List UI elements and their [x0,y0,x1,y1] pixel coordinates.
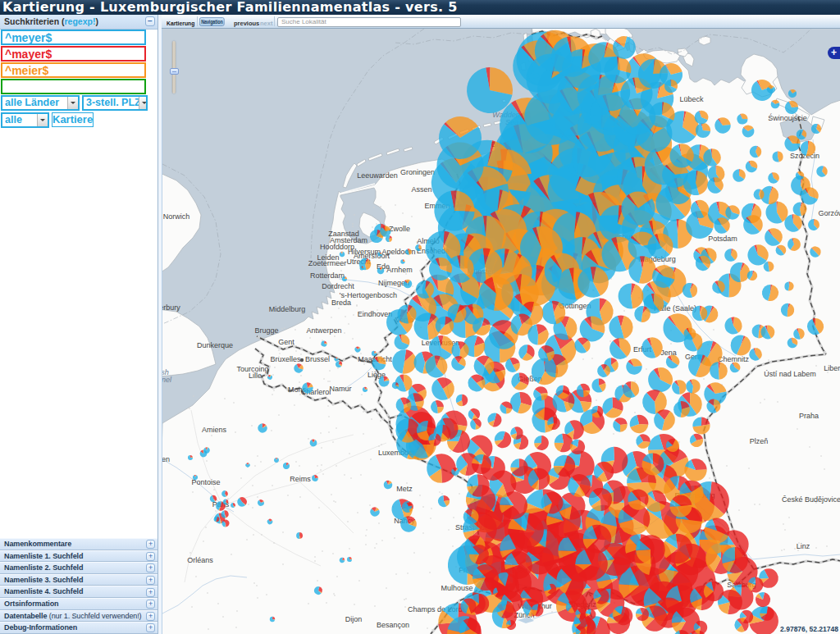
pie-marker[interactable] [742,125,755,138]
pie-marker[interactable] [619,284,644,309]
pie-marker[interactable] [669,144,693,167]
pie-marker[interactable] [568,474,591,497]
pie-marker[interactable] [733,169,746,182]
pie-marker[interactable] [534,436,549,450]
pie-marker[interactable] [634,306,651,322]
pie-marker[interactable] [472,317,491,335]
pie-marker[interactable] [707,399,721,413]
pie-marker[interactable] [683,171,708,195]
pie-marker[interactable] [586,609,596,620]
pie-marker[interactable] [704,582,724,601]
pie-marker[interactable] [532,604,544,616]
plz-select[interactable]: 3-stell. PLZ [82,95,148,111]
pie-marker[interactable] [691,200,709,218]
pie-marker[interactable] [767,85,775,94]
pie-marker[interactable] [221,490,228,497]
pie-marker[interactable] [434,190,474,230]
regex-input-4[interactable] [1,79,146,94]
pie-marker[interactable] [623,381,639,398]
pie-marker[interactable] [808,219,819,230]
pie-marker[interactable] [496,600,514,618]
pie-marker[interactable] [463,509,479,524]
pie-marker[interactable] [784,214,801,231]
accordion-row-7[interactable]: Datentabelle (nur 1. Suchfeld verwenden!… [0,610,158,623]
pie-marker[interactable] [793,328,805,340]
pie-marker[interactable] [541,492,564,514]
pie-marker[interactable] [214,517,220,522]
pie-marker[interactable] [664,80,678,93]
pie-marker[interactable] [703,148,720,166]
pie-marker[interactable] [355,347,361,353]
pie-marker[interactable] [692,417,710,434]
pie-marker[interactable] [574,337,590,353]
pie-marker[interactable] [188,455,193,460]
map-viewport[interactable]: NorwichLeeuwardenGroningenAssenEmmenZwol… [162,29,840,634]
pie-marker[interactable] [427,454,456,483]
pie-marker[interactable] [776,245,787,256]
pie-marker[interactable] [510,458,527,476]
pie-marker[interactable] [467,474,490,497]
pie-marker[interactable] [765,228,783,246]
pie-marker[interactable] [237,497,247,507]
pie-marker[interactable] [747,271,757,281]
pie-marker[interactable] [527,324,548,344]
chevron-down-icon[interactable] [67,97,78,109]
pie-marker[interactable] [372,357,386,371]
pie-marker[interactable] [714,217,730,234]
pie-marker[interactable] [439,116,482,159]
regexp-link[interactable]: regexp! [65,16,96,26]
pie-marker[interactable] [469,545,489,564]
pie-marker[interactable] [468,374,485,391]
pie-marker[interactable] [542,301,566,325]
pie-marker[interactable] [761,326,775,340]
pie-marker[interactable] [395,418,419,442]
pie-marker[interactable] [495,431,511,448]
pie-marker[interactable] [694,621,707,634]
kartiere-button[interactable]: Kartiere [52,112,94,127]
pie-marker[interactable] [487,413,501,426]
pie-marker[interactable] [793,203,807,217]
pie-marker[interactable] [314,586,322,595]
pie-marker[interactable] [223,499,229,505]
pie-marker[interactable] [781,303,794,317]
pie-marker[interactable] [613,36,636,59]
pie-marker[interactable] [788,338,798,349]
pie-marker[interactable] [555,434,573,453]
pie-marker[interactable] [267,375,272,380]
regex-input-2[interactable] [1,46,146,62]
mode-select[interactable]: alle [1,112,49,128]
country-select[interactable]: alle Länder [1,95,80,111]
pie-marker[interactable] [696,123,710,138]
pie-marker[interactable] [533,386,547,400]
pie-marker[interactable] [538,345,555,362]
accordion-row-4[interactable]: Namenliste 3. Suchfeld+ [0,574,158,586]
pie-marker[interactable] [312,475,318,481]
pie-marker[interactable] [468,408,480,420]
pie-marker[interactable] [666,439,679,452]
maximize-control[interactable]: + [828,47,840,59]
pie-marker[interactable] [670,495,692,518]
pie-marker[interactable] [760,606,774,621]
pie-marker[interactable] [765,202,788,224]
pie-marker[interactable] [377,267,385,275]
accordion-row-3[interactable]: Namenliste 2. Suchfeld+ [0,562,158,574]
pie-marker[interactable] [429,258,452,281]
pie-marker[interactable] [510,426,523,439]
pie-marker[interactable] [310,440,317,447]
pie-marker[interactable] [688,354,711,377]
expand-icon[interactable]: + [146,600,155,609]
pie-marker[interactable] [630,415,649,434]
pie-marker[interactable] [340,252,345,258]
pie-marker[interactable] [722,547,748,573]
pie-marker[interactable] [415,244,422,251]
pie-marker[interactable] [594,462,614,481]
pie-marker[interactable] [636,535,665,564]
pie-marker[interactable] [296,532,303,539]
pie-marker[interactable] [359,266,363,270]
pie-marker[interactable] [274,458,279,463]
pie-marker[interactable] [730,363,741,373]
pie-marker[interactable] [797,130,807,140]
pie-marker[interactable] [554,455,575,477]
pie-marker[interactable] [504,551,532,579]
pie-marker[interactable] [731,335,751,356]
